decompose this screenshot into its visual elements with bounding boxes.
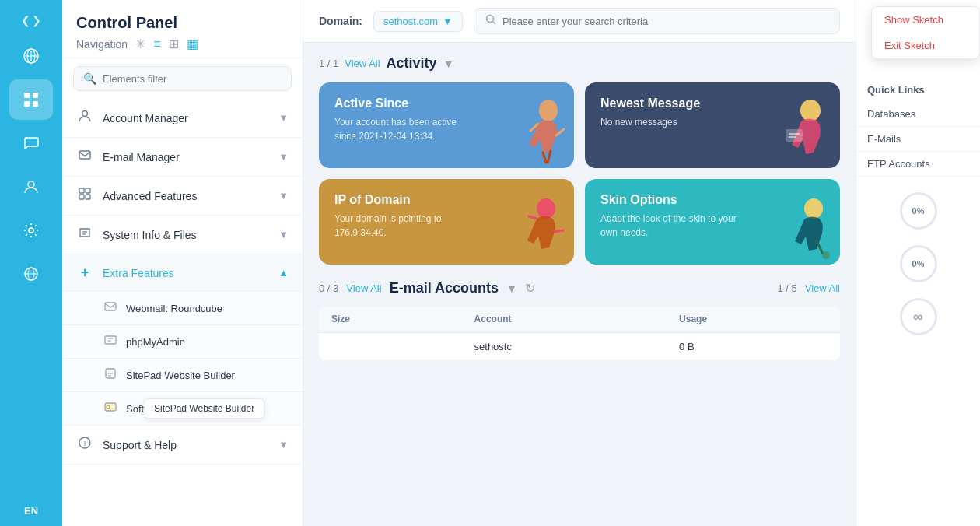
system-info-icon — [76, 226, 93, 244]
svg-point-38 — [804, 198, 823, 219]
email-manager-icon — [76, 148, 93, 166]
sidebar-menu: Account Manager ▼ E-mail Manager ▼ Advan… — [62, 99, 303, 526]
settings-icon-btn[interactable] — [9, 210, 53, 251]
email-accounts-table: Size Account Usage sethostc 0 B — [319, 306, 840, 361]
webmail-icon — [103, 300, 118, 316]
activity-section-header: 1 / 1 View All Activity ▼ — [319, 55, 840, 72]
extra-features-label: Extra Features — [103, 267, 269, 279]
quick-links-panel: Show Sketch Exit Sketch Quick Links Data… — [856, 0, 980, 526]
newest-message-illustration — [772, 96, 834, 167]
nav-back-forward[interactable]: ❮ ❯ — [9, 8, 53, 33]
dropdown-overlay: Show Sketch Exit Sketch — [871, 6, 980, 59]
row-size — [319, 333, 462, 361]
sidebar-subitem-phpmyadmin[interactable]: phpMyAdmin — [62, 325, 303, 359]
circle-progress-1: 0% — [900, 192, 937, 230]
activity-pagination: 1 / 1 — [319, 58, 338, 69]
activity-view-all[interactable]: View All — [345, 58, 380, 69]
support-help-label: Support & Help — [103, 439, 269, 451]
svg-point-30 — [486, 16, 493, 23]
newest-message-text: No new messages — [600, 115, 746, 129]
sidebar-item-system-info[interactable]: System Info & Files ▼ — [62, 216, 303, 254]
email-col-account: Account — [462, 306, 667, 333]
active-since-illustration — [506, 96, 568, 167]
globe-icon-btn[interactable] — [9, 254, 53, 294]
nav-grid-icon[interactable]: ⊞ — [169, 37, 179, 51]
email-pagination-right: 1 / 5 — [777, 282, 796, 294]
domain-selector[interactable]: sethost.com ▼ — [373, 11, 463, 32]
email-manager-label: E-mail Manager — [103, 151, 269, 163]
domain-label: Domain: — [319, 15, 362, 27]
nav-tiles-icon[interactable]: ▦ — [187, 37, 198, 51]
activity-cards-grid: Active Since Your account has been activ… — [319, 82, 840, 265]
email-refresh-icon[interactable]: ↻ — [525, 281, 535, 296]
skin-options-text: Adapt the look of the skin to your own n… — [600, 212, 746, 240]
grid-icon-btn[interactable] — [9, 79, 53, 120]
active-since-text: Your account has been active since 2021-… — [334, 115, 480, 143]
global-search-bar — [474, 8, 840, 34]
svg-rect-17 — [79, 195, 84, 199]
svg-rect-6 — [24, 101, 30, 107]
dropdown-show-sketch[interactable]: Show Sketch — [872, 7, 979, 33]
activity-title: Activity — [387, 55, 437, 72]
svg-rect-16 — [86, 188, 90, 193]
sidebar: Control Panel Navigation ✳ ≡ ⊞ ▦ 🔍 Accou… — [62, 0, 303, 526]
svg-point-40 — [822, 251, 830, 259]
email-title-chevron[interactable]: ▼ — [506, 282, 517, 295]
user-icon-btn[interactable] — [9, 167, 53, 207]
elements-filter-input[interactable] — [103, 73, 282, 85]
dropdown-exit-sketch[interactable]: Exit Sketch — [872, 33, 979, 58]
svg-point-32 — [539, 100, 558, 121]
sidebar-title: Control Panel — [76, 14, 289, 32]
quick-link-emails[interactable]: E-Mails — [856, 127, 980, 152]
circle-progress-2: 0% — [900, 245, 937, 282]
sidebar-item-email-manager[interactable]: E-mail Manager ▼ — [62, 138, 303, 177]
card-active-since[interactable]: Active Since Your account has been activ… — [319, 82, 574, 168]
sidebar-item-advanced-features[interactable]: Advanced Features ▼ — [62, 177, 303, 216]
card-ip-domain[interactable]: IP of Domain Your domain is pointing to … — [319, 179, 574, 265]
skin-options-illustration — [772, 193, 834, 263]
svg-rect-15 — [79, 188, 84, 193]
domain-value: sethost.com — [383, 16, 438, 27]
svg-line-31 — [492, 22, 495, 25]
sidebar-subitem-webmail[interactable]: Webmail: Roundcube — [62, 292, 303, 325]
nav-pin-icon[interactable]: ✳ — [135, 37, 145, 51]
advanced-features-icon — [76, 187, 93, 205]
language-label[interactable]: EN — [24, 505, 38, 517]
account-manager-label: Account Manager — [103, 112, 269, 124]
activity-chevron[interactable]: ▼ — [443, 58, 454, 70]
nav-label: Navigation — [76, 38, 128, 51]
svg-rect-14 — [79, 151, 90, 159]
support-help-chevron: ▼ — [278, 439, 289, 451]
email-view-all-right[interactable]: View All — [805, 282, 840, 294]
softaculous-icon — [103, 401, 118, 416]
sitepad-tooltip: SitePad Website Builder — [144, 398, 264, 419]
svg-point-33 — [800, 100, 821, 121]
sidebar-subitem-sitepad[interactable]: SitePad Website Builder ➔ — [62, 359, 303, 392]
nav-list-icon[interactable]: ≡ — [153, 37, 160, 51]
sidebar-subitem-softaculous[interactable]: Softac SitePad Website Builder — [62, 392, 303, 426]
quick-links-title: Quick Links — [856, 78, 980, 102]
svg-point-9 — [29, 228, 33, 233]
search-icon — [485, 14, 496, 28]
email-view-all-left[interactable]: View All — [346, 282, 381, 294]
back-icon[interactable]: ❮ — [21, 14, 30, 26]
sidebar-item-support-help[interactable]: i Support & Help ▼ — [62, 426, 303, 465]
domain-chevron: ▼ — [443, 16, 453, 27]
sidebar-header: Control Panel Navigation ✳ ≡ ⊞ ▦ — [62, 0, 303, 58]
card-skin-options[interactable]: Skin Options Adapt the look of the skin … — [585, 179, 840, 265]
sidebar-item-account-manager[interactable]: Account Manager ▼ — [62, 99, 303, 138]
home-icon-btn[interactable] — [9, 36, 53, 76]
sidebar-item-extra-features[interactable]: + Extra Features ▲ — [62, 254, 303, 292]
chat-icon-btn[interactable] — [9, 123, 53, 163]
email-section-title: E-mail Accounts — [390, 280, 499, 296]
svg-rect-4 — [24, 93, 30, 98]
global-search-input[interactable] — [502, 16, 828, 27]
webmail-label: Webmail: Roundcube — [126, 303, 222, 314]
forward-icon[interactable]: ❯ — [32, 14, 41, 26]
extra-features-chevron: ▲ — [278, 267, 289, 279]
card-newest-message[interactable]: Newest Message No new messages — [585, 82, 840, 168]
quick-link-ftp[interactable]: FTP Accounts — [856, 152, 980, 177]
account-manager-icon — [76, 109, 93, 127]
quick-link-databases[interactable]: Databases — [856, 102, 980, 127]
svg-rect-21 — [105, 303, 116, 310]
